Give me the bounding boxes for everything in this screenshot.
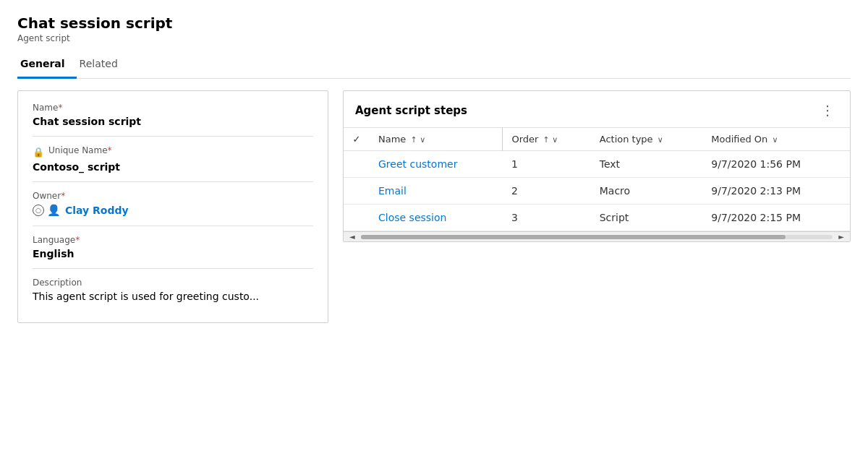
row-order-cell: 2 — [503, 178, 591, 205]
tab-general[interactable]: General — [17, 52, 77, 79]
field-language-label: Language* — [33, 235, 313, 245]
field-description-value: This agent script is used for greeting c… — [33, 291, 313, 302]
left-panel: Name* Chat session script 🔒 Unique Name*… — [17, 90, 328, 323]
name-sort-icon: ↑ ∨ — [411, 135, 426, 145]
right-panel: Agent script steps ⋮ ✓ Name ↑ ∨ — [343, 90, 851, 242]
person-icon: 👤 — [47, 204, 61, 217]
field-owner-label: Owner* — [33, 191, 313, 201]
table-row: Close session 3 Script 9/7/2020 2:15 PM — [344, 205, 850, 231]
row-order-cell: 1 — [503, 151, 591, 178]
owner-row: ○ 👤 Clay Roddy — [33, 204, 313, 217]
row-check-cell — [344, 205, 370, 231]
field-description: Description This agent script is used fo… — [33, 278, 313, 311]
table-wrapper: ✓ Name ↑ ∨ Order ↑ ∨ Action ty — [344, 127, 850, 231]
horizontal-scrollbar: ◄ ► — [344, 231, 850, 241]
scroll-thumb — [361, 235, 786, 239]
col-check: ✓ — [344, 128, 370, 151]
field-owner: Owner* ○ 👤 Clay Roddy — [33, 191, 313, 226]
page-header: Chat session script Agent script — [17, 14, 851, 43]
action-type-sort-icon: ∨ — [658, 135, 663, 145]
page-subtitle: Agent script — [17, 33, 851, 43]
row-name-cell[interactable]: Close session — [370, 205, 503, 231]
page-container: Chat session script Agent script General… — [17, 14, 851, 323]
field-unique-name-value: Contoso_ script — [33, 161, 313, 173]
row-action-type-cell: Macro — [591, 178, 703, 205]
row-check-cell — [344, 151, 370, 178]
row-modified-on-cell: 9/7/2020 1:56 PM — [702, 151, 850, 178]
row-modified-on-cell: 9/7/2020 2:15 PM — [702, 205, 850, 231]
modified-on-sort-icon: ∨ — [772, 135, 778, 145]
owner-name-value[interactable]: Clay Roddy — [65, 205, 129, 216]
field-name-value: Chat session script — [33, 116, 313, 127]
owner-circle-icon: ○ — [33, 205, 44, 216]
row-name-cell[interactable]: Greet customer — [370, 151, 503, 178]
scroll-left-arrow[interactable]: ◄ — [346, 233, 358, 241]
row-name-cell[interactable]: Email — [370, 178, 503, 205]
agent-script-steps-table: ✓ Name ↑ ∨ Order ↑ ∨ Action ty — [344, 127, 850, 231]
check-icon: ✓ — [353, 134, 361, 145]
order-sort-icon: ↑ ∨ — [543, 135, 558, 145]
field-name-label: Name* — [33, 103, 313, 113]
field-unique-name: 🔒 Unique Name* Contoso_ script — [33, 145, 313, 182]
field-unique-name-label: Unique Name* — [48, 145, 112, 155]
tab-bar: General Related — [17, 52, 851, 79]
col-name[interactable]: Name ↑ ∨ — [370, 128, 503, 151]
table-header-row: ✓ Name ↑ ∨ Order ↑ ∨ Action ty — [344, 128, 850, 151]
field-name: Name* Chat session script — [33, 103, 313, 137]
col-order[interactable]: Order ↑ ∨ — [503, 128, 591, 151]
row-action-type-cell: Text — [591, 151, 703, 178]
panel-header: Agent script steps ⋮ — [344, 103, 850, 127]
tab-related[interactable]: Related — [77, 52, 129, 79]
panel-title: Agent script steps — [355, 104, 467, 117]
field-description-label: Description — [33, 278, 313, 288]
field-language-value: English — [33, 248, 313, 259]
scroll-track[interactable] — [361, 235, 833, 239]
table-row: Greet customer 1 Text 9/7/2020 1:56 PM — [344, 151, 850, 178]
page-title: Chat session script — [17, 14, 851, 32]
row-order-cell: 3 — [503, 205, 591, 231]
row-modified-on-cell: 9/7/2020 2:13 PM — [702, 178, 850, 205]
col-action-type[interactable]: Action type ∨ — [591, 128, 703, 151]
scroll-right-arrow[interactable]: ► — [835, 233, 847, 241]
field-language: Language* English — [33, 235, 313, 269]
table-row: Email 2 Macro 9/7/2020 2:13 PM — [344, 178, 850, 205]
col-modified-on[interactable]: Modified On ∨ — [702, 128, 850, 151]
table-body: Greet customer 1 Text 9/7/2020 1:56 PM E… — [344, 151, 850, 231]
content-area: Name* Chat session script 🔒 Unique Name*… — [17, 90, 851, 323]
row-check-cell — [344, 178, 370, 205]
lock-icon: 🔒 — [33, 147, 44, 158]
more-options-button[interactable]: ⋮ — [817, 103, 838, 119]
row-action-type-cell: Script — [591, 205, 703, 231]
